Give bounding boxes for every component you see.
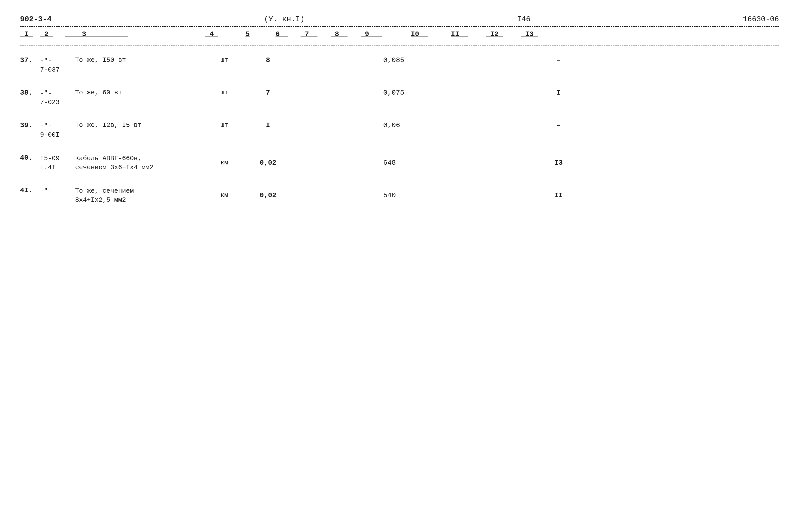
col-12-header: _I2_ <box>486 30 521 38</box>
col-1-header: _I_ <box>20 30 40 38</box>
col-5-header: 5 <box>246 30 275 38</box>
table-row: 39. -"- 9-00I То же, I2в, I5 вт шт I 0,0… <box>20 121 779 141</box>
table-row: 4I. -"- То же, сечением 8х4+Iх2,5 мм2 км… <box>20 186 779 206</box>
row-38-qty: 7 <box>253 89 283 97</box>
row-40-num: 40. <box>20 154 40 162</box>
row-41-price: 540 <box>383 186 438 199</box>
row-40-code-line2: т.4I <box>40 164 56 171</box>
col-8-header: _8__ <box>331 30 361 38</box>
table-row: 40. I5-09 т.4I Кабель АВВГ-660в, сечение… <box>20 154 779 174</box>
column-numbers-row: _I_ _2_ ____3__________ _4_ 5 6__ _7__ _… <box>20 30 779 38</box>
row-41-desc: То же, сечением 8х4+Iх2,5 мм2 <box>75 186 220 205</box>
row-41-desc-line1: То же, сечением <box>75 187 134 195</box>
table-row: 37. -"- 7-037 То же, I50 вт шт 8 0,085 – <box>20 56 779 76</box>
row-37-code: -"- 7-037 <box>40 56 75 75</box>
row-41-unit: км <box>220 186 253 199</box>
columns-divider <box>20 45 779 46</box>
row-39-note: – <box>539 121 579 129</box>
row-39-price: 0,06 <box>383 121 438 129</box>
row-41-qty: 0,02 <box>253 186 283 199</box>
row-41-desc-line2: 8х4+Iх2,5 мм2 <box>75 196 126 204</box>
col-11-header: II__ <box>451 30 486 38</box>
row-40-price: 648 <box>383 154 438 167</box>
row-38-note: I <box>539 89 579 97</box>
row-37-unit: шт <box>220 56 253 64</box>
row-38-num: 38. <box>20 89 40 97</box>
row-40-code-line1: I5-09 <box>40 155 60 162</box>
row-40-desc-line2: сечением 3х6+Iх4 мм2 <box>75 164 153 171</box>
col-9-header: _9___ <box>361 30 411 38</box>
row-38-unit: шт <box>220 89 253 96</box>
row-39-qty: I <box>253 121 283 129</box>
row-38-price: 0,075 <box>383 89 438 97</box>
page-number: I46 <box>517 15 530 23</box>
row-38-desc: То же, 60 вт <box>75 89 220 96</box>
row-40-unit: км <box>220 154 253 166</box>
row-39-unit: шт <box>220 121 253 129</box>
col-6-header: 6__ <box>275 30 301 38</box>
row-38-code-val: 7-023 <box>40 99 60 106</box>
doc-subtitle: (У. кн.I) <box>264 15 305 23</box>
row-38-code: -"- 7-023 <box>40 89 75 107</box>
col-10-header: I0__ <box>411 30 451 38</box>
col-4-header: _4_ <box>205 30 246 38</box>
row-41-num: 4I. <box>20 186 40 194</box>
row-40-code: I5-09 т.4I <box>40 154 75 172</box>
table-row: 38. -"- 7-023 То же, 60 вт шт 7 0,075 I <box>20 89 779 109</box>
row-40-note: I3 <box>539 154 579 167</box>
row-37-price: 0,085 <box>383 56 438 64</box>
row-37-code-val: 7-037 <box>40 66 60 74</box>
col-13-header: _I3_ <box>521 30 551 38</box>
doc-code: 16630-06 <box>743 15 779 23</box>
col-7-header: _7__ <box>301 30 331 38</box>
row-39-num: 39. <box>20 121 40 129</box>
row-37-num: 37. <box>20 56 40 64</box>
col-3-header: ____3__________ <box>65 30 205 38</box>
row-37-note: – <box>539 56 579 64</box>
page-header: 902-3-4 (У. кн.I) I46 16630-06 <box>20 15 779 23</box>
row-40-qty: 0,02 <box>253 154 283 167</box>
row-41-code: -"- <box>40 186 75 195</box>
row-39-code: -"- 9-00I <box>40 121 75 140</box>
doc-number: 902-3-4 <box>20 15 52 23</box>
row-37-qty: 8 <box>253 56 283 64</box>
row-41-note: II <box>539 186 579 199</box>
col-2-header: _2_ <box>40 30 65 38</box>
row-39-desc: То же, I2в, I5 вт <box>75 121 220 129</box>
row-41-code-line1: -"- <box>40 187 52 195</box>
row-40-desc-line1: Кабель АВВГ-660в, <box>75 155 142 162</box>
row-39-code-val: 9-00I <box>40 131 60 139</box>
row-37-desc: То же, I50 вт <box>75 56 220 64</box>
header-divider <box>20 26 779 27</box>
row-40-desc: Кабель АВВГ-660в, сечением 3х6+Iх4 мм2 <box>75 154 220 172</box>
